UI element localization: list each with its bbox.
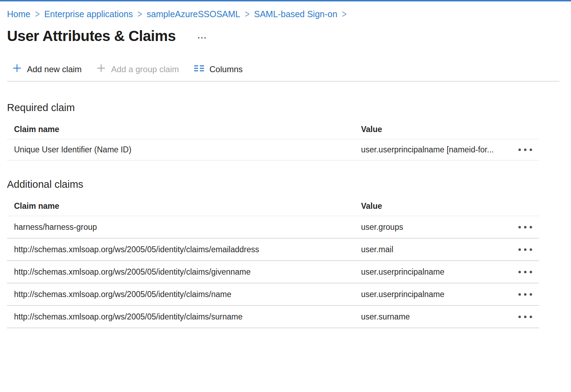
plus-icon [96,63,106,75]
claim-name-cell: Unique User Identifier (Name ID) [7,145,361,154]
page-more-menu-button[interactable] [196,35,208,41]
row-context-menu-button[interactable] [518,246,533,254]
additional-claims-heading: Additional claims [7,179,571,190]
row-context-menu-button[interactable] [518,313,533,321]
ellipsis-dot [201,37,203,39]
additional-claims-table: Claim name Value harness/harness-group u… [7,196,539,328]
add-group-claim-label: Add a group claim [111,64,179,74]
ellipsis-dot [524,248,526,251]
command-bar: Add new claim Add a group claim Columns [7,63,571,75]
additional-claims-section: Additional claims Claim name Value harne… [7,179,571,328]
add-new-claim-label: Add new claim [27,64,82,74]
ellipsis-dot [518,271,521,273]
breadcrumb-item-saml-sign-on[interactable]: SAML-based Sign-on [254,9,338,19]
ellipsis-dot [518,248,521,251]
ellipsis-dot [524,149,526,151]
breadcrumb-item-app[interactable]: sampleAzureSSOSAML [147,9,240,19]
claim-name-cell: http://schemas.xmlsoap.org/ws/2005/05/id… [7,290,361,299]
row-context-menu-button[interactable] [518,223,533,231]
table-row-name[interactable]: http://schemas.xmlsoap.org/ws/2005/05/id… [7,283,539,306]
claim-value-cell: user.userprincipalname [361,267,512,277]
ellipsis-dot [530,226,532,228]
page-content: Home > Enterprise applications > sampleA… [0,9,571,328]
columns-icon [194,64,204,75]
claim-name-cell: http://schemas.xmlsoap.org/ws/2005/05/id… [7,267,361,277]
ellipsis-dot [524,293,526,296]
breadcrumb-item-home[interactable]: Home [7,9,30,19]
required-claim-section: Required claim Claim name Value Unique U… [7,102,571,160]
page-title: User Attributes & Claims [7,27,176,45]
table-header-row: Claim name Value [7,119,539,139]
table-row-harness-group[interactable]: harness/harness-group user.groups [7,216,539,239]
required-claim-heading: Required claim [7,102,571,114]
table-row-surname[interactable]: http://schemas.xmlsoap.org/ws/2005/05/id… [7,306,539,328]
table-row-name-id[interactable]: Unique User Identifier (Name ID) user.us… [7,139,539,160]
breadcrumb-item-enterprise-applications[interactable]: Enterprise applications [44,9,133,19]
columns-button[interactable]: Columns [194,64,243,75]
table-row-emailaddress[interactable]: http://schemas.xmlsoap.org/ws/2005/05/id… [7,239,539,261]
ellipsis-dot [530,293,532,296]
ellipsis-dot [530,316,532,318]
row-context-menu-button[interactable] [518,268,533,276]
add-group-claim-button[interactable]: Add a group claim [96,63,179,75]
claim-value-cell: user.mail [361,245,512,254]
columns-label: Columns [210,64,243,74]
ellipsis-dot [518,149,521,151]
breadcrumb: Home > Enterprise applications > sampleA… [7,9,571,19]
breadcrumb-separator-icon: > [35,7,40,21]
ellipsis-dot [530,149,532,151]
ellipsis-dot [524,316,526,318]
column-header-claim-name: Claim name [7,125,361,134]
ellipsis-dot [518,316,521,318]
toolbar-divider [7,81,559,82]
ellipsis-dot [204,37,206,39]
claim-value-cell: user.groups [361,222,512,232]
ellipsis-dot [198,37,199,39]
claim-value-cell: user.userprincipalname [361,290,512,299]
add-new-claim-button[interactable]: Add new claim [12,63,82,75]
ellipsis-dot [518,293,521,296]
row-context-menu-button[interactable] [518,290,533,298]
required-claim-table: Claim name Value Unique User Identifier … [7,119,539,160]
column-header-value: Value [361,125,512,134]
ellipsis-dot [518,226,521,228]
breadcrumb-separator-icon: > [137,7,142,21]
page-header: User Attributes & Claims [7,27,571,45]
table-header-row: Claim name Value [7,196,539,216]
claim-value-cell: user.userprincipalname [nameid-for... [361,145,512,154]
breadcrumb-separator-icon: > [245,7,249,21]
ellipsis-dot [524,226,526,228]
claim-name-cell: harness/harness-group [7,222,361,232]
table-row-givenname[interactable]: http://schemas.xmlsoap.org/ws/2005/05/id… [7,261,539,283]
ellipsis-dot [524,271,526,273]
plus-icon [12,63,22,75]
column-header-claim-name: Claim name [7,201,361,211]
ellipsis-dot [530,271,532,273]
breadcrumb-separator-icon: > [342,7,346,21]
claim-value-cell: user.surname [361,312,512,322]
column-header-value: Value [361,201,512,211]
claim-name-cell: http://schemas.xmlsoap.org/ws/2005/05/id… [7,312,361,322]
portal-top-accent-bar [0,0,571,1]
row-context-menu-button[interactable] [518,146,533,154]
claim-name-cell: http://schemas.xmlsoap.org/ws/2005/05/id… [7,245,361,254]
ellipsis-dot [530,248,532,251]
